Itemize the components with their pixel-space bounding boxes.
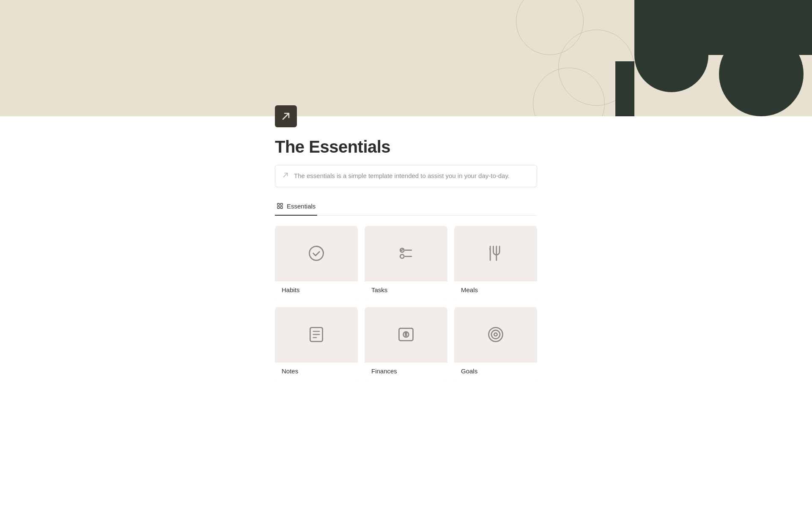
svg-point-19 xyxy=(489,327,503,341)
svg-rect-3 xyxy=(280,206,283,208)
svg-rect-0 xyxy=(277,203,280,206)
card-tasks[interactable]: Tasks xyxy=(365,226,447,300)
card-meals-label: Meals xyxy=(454,281,537,300)
svg-point-4 xyxy=(310,246,324,260)
card-tasks-icon-area xyxy=(365,226,447,281)
tab-grid-icon xyxy=(277,203,283,209)
page-title: The Essentials xyxy=(275,137,537,156)
page-icon xyxy=(275,105,297,127)
deco-dark-semicircle xyxy=(634,55,708,92)
card-habits[interactable]: Habits xyxy=(275,226,358,300)
hero-banner xyxy=(0,0,812,116)
habits-icon xyxy=(307,244,326,263)
card-notes[interactable]: Notes xyxy=(275,307,358,381)
page-content: The Essentials The essentials is a simpl… xyxy=(258,105,554,381)
card-habits-icon-area xyxy=(275,226,358,281)
card-goals-label: Goals xyxy=(454,362,537,381)
card-finances-icon-area xyxy=(365,307,447,362)
description-text: The essentials is a simple template inte… xyxy=(294,171,510,181)
card-habits-label: Habits xyxy=(275,281,358,300)
description-icon xyxy=(282,172,289,180)
svg-point-6 xyxy=(400,254,404,258)
card-meals[interactable]: Meals xyxy=(454,226,537,300)
card-notes-icon-area xyxy=(275,307,358,362)
card-notes-label: Notes xyxy=(275,362,358,381)
tab-essentials[interactable]: Essentials xyxy=(275,199,317,216)
svg-point-21 xyxy=(494,333,497,336)
description-box: The essentials is a simple template inte… xyxy=(275,165,537,187)
tasks-icon xyxy=(397,244,415,263)
tab-essentials-label: Essentials xyxy=(287,203,315,210)
deco-dark-rect-bottom xyxy=(615,61,634,116)
notes-icon xyxy=(307,325,326,344)
card-goals-icon-area xyxy=(454,307,537,362)
card-grid: Habits Tasks xyxy=(275,226,537,381)
card-finances[interactable]: Finances xyxy=(365,307,447,381)
card-tasks-label: Tasks xyxy=(365,281,447,300)
tab-bar: Essentials xyxy=(275,199,537,216)
arrow-icon xyxy=(281,111,291,121)
svg-rect-2 xyxy=(277,206,280,208)
deco-dark-circle xyxy=(719,32,804,116)
svg-point-20 xyxy=(491,330,500,338)
goals-icon xyxy=(486,325,505,344)
svg-rect-1 xyxy=(280,203,283,206)
card-goals[interactable]: Goals xyxy=(454,307,537,381)
card-meals-icon-area xyxy=(454,226,537,281)
deco-dark-rect-1 xyxy=(634,0,708,55)
meals-icon xyxy=(486,244,505,263)
finances-icon xyxy=(397,325,415,344)
card-finances-label: Finances xyxy=(365,362,447,381)
